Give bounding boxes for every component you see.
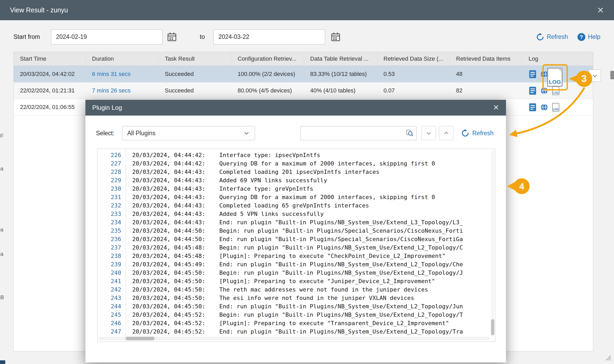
horizontal-scrollbar[interactable] xyxy=(99,337,489,340)
log-line-number: 240 xyxy=(98,269,126,277)
column-header[interactable]: Task Result xyxy=(158,52,231,66)
help-icon: ? xyxy=(577,33,585,41)
edge-fragment: F xyxy=(0,133,4,139)
resize-handle-icon[interactable] xyxy=(605,354,611,362)
column-header[interactable]: Duration xyxy=(86,52,158,66)
log-line-text: 20/03/2024, 04:44:42: Querying DB for a … xyxy=(126,159,435,168)
log-search-input[interactable] xyxy=(300,126,417,140)
log-line-text: 20/03/2024, 04:45:50: The reth mac addre… xyxy=(126,285,428,294)
log-line-text: 20/03/2024, 04:44:43: Interface type: gr… xyxy=(126,185,313,193)
log-line: 233 20/03/2024, 04:44:43: Added 5 VPN li… xyxy=(98,210,495,218)
log-line-text: 20/03/2024, 04:45:48: [Plugin]: Preparin… xyxy=(126,252,446,260)
log-line-text: 20/03/2024, 04:45:49: End: run plugin "B… xyxy=(126,260,463,269)
table-header-row: Start TimeDurationTask ResultConfigurati… xyxy=(14,52,593,66)
refresh-button[interactable]: Refresh xyxy=(536,33,568,41)
edge-fragment: a xyxy=(0,165,3,172)
gutter-separator xyxy=(126,149,126,341)
cell-retrieved-data-items: 48 xyxy=(450,66,522,82)
report-document-icon[interactable] xyxy=(529,103,536,111)
refresh-icon xyxy=(536,33,544,41)
column-header[interactable]: Configuration Retriev... xyxy=(231,52,304,66)
log-line-number: 232 xyxy=(98,201,126,210)
log-lines: 226 20/03/2024, 04:44:42: Interface type… xyxy=(98,149,495,336)
log-line-text: 20/03/2024, 04:44:43: Completed loading … xyxy=(126,201,369,210)
horizontal-scrollbar-thumb[interactable] xyxy=(126,337,155,340)
start-date-calendar-icon[interactable] xyxy=(166,31,178,43)
window-title: View Result - zunyu xyxy=(10,6,68,14)
log-line-text: 20/03/2024, 04:45:48: Begin: run plugin … xyxy=(126,243,463,252)
cell-configuration-retrieval: 80.00% (4/5 devices) xyxy=(231,82,304,99)
log-line-text: 20/03/2024, 04:44:50: End: run plugin "B… xyxy=(126,235,463,243)
table-row[interactable]: 22/02/2024, 01:21:31 7 mins 26 secs Succ… xyxy=(14,82,593,99)
log-line: 247 20/03/2024, 04:45:52: End: run plugi… xyxy=(98,327,495,336)
log-line: 245 20/03/2024, 04:45:52: Begin: run plu… xyxy=(98,311,495,319)
help-button[interactable]: ? Help xyxy=(577,33,600,41)
cell-start-time: 22/02/2024, 01:06:55 xyxy=(14,99,86,115)
log-line-number: 243 xyxy=(98,294,126,302)
log-line: 246 20/03/2024, 04:45:52: [Plugin]: Prep… xyxy=(98,319,495,327)
cell-configuration-retrieval: 100.00% (2/2 devices) xyxy=(231,66,304,82)
cell-retrieved-data-items: 82 xyxy=(450,82,522,99)
filter-actions: Refresh ? Help xyxy=(536,29,600,44)
plugin-log-refresh-button[interactable]: Refresh xyxy=(461,126,494,140)
column-header[interactable]: Retrieved Data Size (... xyxy=(377,52,450,66)
table-row[interactable]: 20/03/2024, 04:42:02 6 mins 31 secs Succ… xyxy=(14,66,593,82)
log-line: 237 20/03/2024, 04:45:48: Begin: run plu… xyxy=(98,243,495,252)
log-icon-magnified[interactable]: LOG xyxy=(547,68,562,88)
log-line: 235 20/03/2024, 04:44:50: Begin: run plu… xyxy=(98,227,495,235)
log-line-text: 20/03/2024, 04:45:50: End: run plugin "B… xyxy=(126,302,463,311)
log-line: 231 20/03/2024, 04:44:43: Querying DB fo… xyxy=(98,193,495,201)
log-line-number: 228 xyxy=(98,168,126,176)
globe-icon[interactable] xyxy=(541,104,548,111)
chevron-down-icon xyxy=(425,130,432,137)
log-icon[interactable]: LOG xyxy=(552,103,559,112)
cell-duration[interactable]: 6 mins 31 secs xyxy=(86,66,158,82)
log-viewer[interactable]: 226 20/03/2024, 04:44:42: Interface type… xyxy=(97,149,495,342)
log-line: 234 20/03/2024, 04:44:43: End: run plugi… xyxy=(98,218,495,227)
log-line-text: 20/03/2024, 04:44:43: Added 5 VPN links … xyxy=(126,210,324,218)
report-document-icon[interactable] xyxy=(529,87,536,95)
log-line: 241 20/03/2024, 04:45:50: [Plugin]: Prep… xyxy=(98,277,495,285)
plugin-log-close-icon[interactable]: ✕ xyxy=(493,104,499,111)
log-line-number: 234 xyxy=(98,218,126,227)
end-date-calendar-icon[interactable] xyxy=(330,31,342,43)
log-line-number: 233 xyxy=(98,210,126,218)
log-line-number: 238 xyxy=(98,252,126,260)
report-document-icon[interactable] xyxy=(529,70,536,78)
edge-fragment: a xyxy=(0,251,3,257)
log-options-dropdown[interactable] xyxy=(589,70,601,82)
log-line-text: 20/03/2024, 04:44:43: Querying DB for a … xyxy=(126,193,435,201)
vertical-scrollbar[interactable] xyxy=(491,150,494,336)
log-line-number: 246 xyxy=(98,319,126,327)
log-search-box xyxy=(300,126,417,140)
view-result-window: View Result - zunyu ✕ Start from to Refr… xyxy=(0,0,614,364)
cell-task-result: Succeeded xyxy=(158,82,231,99)
plugin-select-dropdown[interactable]: All Plugins xyxy=(122,126,255,140)
globe-icon[interactable] xyxy=(541,87,548,94)
vertical-scrollbar-thumb[interactable] xyxy=(491,319,494,335)
cell-start-time: 20/03/2024, 04:42:02 xyxy=(14,66,86,82)
cell-task-result: Succeeded xyxy=(158,66,231,82)
cell-duration[interactable]: 7 mins 26 secs xyxy=(86,82,158,99)
cell-retrieved-data-size: 0.07 xyxy=(377,82,450,99)
search-icon[interactable] xyxy=(406,129,413,137)
log-line: 227 20/03/2024, 04:44:42: Querying DB fo… xyxy=(98,159,495,168)
refresh-icon xyxy=(461,129,469,137)
log-line-number: 244 xyxy=(98,302,126,311)
end-date-input[interactable] xyxy=(213,29,325,44)
log-line-text: 20/03/2024, 04:45:52: [Plugin]: Preparin… xyxy=(126,319,449,327)
log-line: 242 20/03/2024, 04:45:50: The reth mac a… xyxy=(98,285,495,294)
column-header[interactable]: Start Time xyxy=(14,52,86,66)
column-header[interactable]: Log xyxy=(522,52,593,66)
log-line-text: 20/03/2024, 04:45:50: The esi info were … xyxy=(126,294,414,302)
start-date-input[interactable] xyxy=(51,29,162,44)
globe-icon[interactable] xyxy=(541,71,548,78)
close-icon[interactable]: ✕ xyxy=(597,6,604,14)
column-header[interactable]: Data Table Retrieval ... xyxy=(304,52,377,66)
log-line-number: 230 xyxy=(98,185,126,193)
log-line-text: 20/03/2024, 04:44:42: Interface type: ip… xyxy=(126,151,320,159)
chevron-down-icon xyxy=(243,130,250,137)
find-prev-button[interactable] xyxy=(439,126,453,140)
column-header[interactable]: Retrieved Data Items xyxy=(450,52,522,66)
find-next-button[interactable] xyxy=(421,126,436,140)
